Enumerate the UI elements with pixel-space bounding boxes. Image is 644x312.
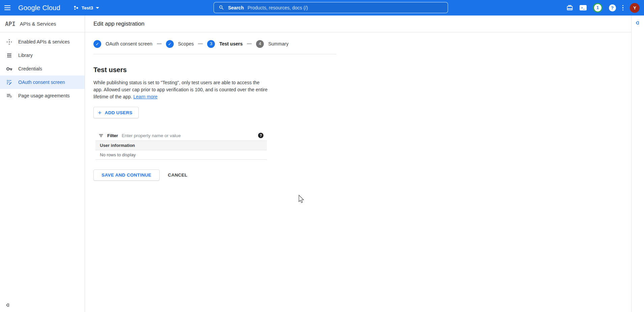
page-header: Edit app registration bbox=[85, 15, 631, 32]
help-icon[interactable]: ? bbox=[609, 4, 616, 11]
filter-help-icon[interactable]: ? bbox=[258, 133, 263, 138]
sidebar-item-oauth-consent-screen[interactable]: OAuth consent screen bbox=[0, 75, 85, 89]
consent-screen-icon bbox=[6, 79, 12, 86]
search-bar[interactable]: Search bbox=[214, 2, 448, 13]
section-divider bbox=[93, 54, 336, 54]
description-text: While publishing status is set to "Testi… bbox=[93, 80, 268, 99]
google-cloud-logo[interactable]: Google Cloud bbox=[18, 4, 60, 12]
step-check-icon: ✓ bbox=[166, 40, 174, 48]
table-header-row: User information bbox=[95, 141, 267, 150]
project-selector[interactable]: Test3 bbox=[73, 5, 99, 11]
step-oauth-consent-screen[interactable]: ✓ OAuth consent screen bbox=[93, 40, 152, 48]
sidebar-item-label: OAuth consent screen bbox=[18, 80, 65, 85]
sidebar-title: APIs & Services bbox=[20, 21, 56, 27]
filter-label: Filter bbox=[107, 133, 118, 138]
step-summary[interactable]: 4 Summary bbox=[256, 40, 288, 48]
save-and-continue-button[interactable]: SAVE AND CONTINUE bbox=[93, 169, 160, 181]
sidebar: API APIs & Services Enabled APIs & servi… bbox=[0, 15, 85, 312]
sidebar-item-page-usage-agreements[interactable]: Page usage agreements bbox=[0, 89, 85, 102]
filter-icon bbox=[99, 133, 104, 138]
sidebar-header: API APIs & Services bbox=[0, 15, 85, 32]
key-icon bbox=[6, 66, 12, 72]
enabled-apis-icon bbox=[6, 39, 12, 45]
empty-state-text: No rows to display bbox=[100, 152, 136, 157]
step-number: 4 bbox=[256, 40, 264, 48]
wizard-stepper: ✓ OAuth consent screen ✓ Scopes 3 Test u… bbox=[93, 39, 336, 48]
account-avatar[interactable]: Y bbox=[630, 3, 640, 13]
step-check-icon: ✓ bbox=[93, 40, 101, 48]
form-actions: SAVE AND CONTINUE CANCEL bbox=[93, 169, 336, 181]
sidebar-item-enabled-apis[interactable]: Enabled APIs & services bbox=[0, 35, 85, 49]
project-name: Test3 bbox=[82, 5, 93, 10]
gift-icon[interactable] bbox=[566, 4, 573, 11]
filter-input[interactable] bbox=[122, 133, 254, 138]
page-title: Edit app registration bbox=[93, 21, 144, 27]
project-icon bbox=[73, 5, 79, 11]
cancel-button[interactable]: CANCEL bbox=[168, 173, 188, 178]
search-input[interactable] bbox=[248, 5, 443, 10]
plus-icon: + bbox=[98, 110, 102, 116]
sidebar-item-library[interactable]: Library bbox=[0, 49, 85, 62]
question-glyph: ? bbox=[609, 4, 616, 11]
search-label: Search bbox=[228, 5, 244, 10]
notifications-button[interactable]: 1 bbox=[593, 3, 603, 12]
chevron-down-icon bbox=[96, 7, 99, 9]
topbar-actions: >_ 1 ? Y bbox=[566, 0, 640, 15]
step-connector bbox=[198, 43, 203, 44]
table-empty-row: No rows to display bbox=[95, 150, 267, 160]
sidebar-item-credentials[interactable]: Credentials bbox=[0, 62, 85, 75]
add-users-label: ADD USERS bbox=[105, 110, 132, 115]
search-icon bbox=[219, 5, 224, 10]
page-content: ✓ OAuth consent screen ✓ Scopes 3 Test u… bbox=[85, 32, 336, 181]
cloud-shell-icon[interactable]: >_ bbox=[580, 5, 587, 10]
topbar: Google Cloud Test3 Search >_ 1 ? bbox=[0, 0, 644, 15]
sidebar-item-label: Credentials bbox=[18, 66, 42, 71]
notification-count-badge: 1 bbox=[593, 3, 603, 12]
sidebar-item-label: Page usage agreements bbox=[18, 93, 70, 98]
avatar-letter: Y bbox=[630, 3, 640, 13]
api-product-logo: API bbox=[5, 21, 16, 27]
main-panel: Edit app registration ✓ OAuth consent sc… bbox=[85, 15, 631, 312]
add-users-button[interactable]: + ADD USERS bbox=[93, 107, 139, 118]
more-options-icon[interactable] bbox=[622, 5, 624, 11]
terminal-glyph: >_ bbox=[580, 5, 587, 10]
step-number: 3 bbox=[207, 40, 215, 48]
step-scopes[interactable]: ✓ Scopes bbox=[166, 40, 194, 48]
menu-icon[interactable] bbox=[0, 0, 15, 15]
filter-bar[interactable]: Filter ? bbox=[95, 130, 267, 141]
column-header-user-information: User information bbox=[100, 143, 135, 148]
kebab-dots bbox=[622, 5, 624, 11]
section-description: While publishing status is set to "Testi… bbox=[93, 79, 268, 100]
agreements-icon bbox=[6, 93, 12, 99]
section-heading: Test users bbox=[93, 66, 336, 74]
collapse-panel-icon[interactable] bbox=[635, 20, 640, 27]
step-test-users[interactable]: 3 Test users bbox=[207, 40, 243, 48]
right-side-rail bbox=[631, 15, 644, 312]
sidebar-item-label: Enabled APIs & services bbox=[18, 39, 70, 44]
sidebar-item-label: Library bbox=[18, 53, 33, 58]
step-connector bbox=[157, 43, 162, 44]
learn-more-link[interactable]: Learn more bbox=[133, 94, 158, 99]
library-icon bbox=[6, 52, 12, 59]
step-connector bbox=[247, 43, 252, 44]
collapse-sidebar-icon[interactable] bbox=[5, 303, 10, 309]
sidebar-nav: Enabled APIs & services Library Credenti… bbox=[0, 32, 85, 102]
test-users-table: Filter ? User information No rows to dis… bbox=[95, 130, 267, 160]
